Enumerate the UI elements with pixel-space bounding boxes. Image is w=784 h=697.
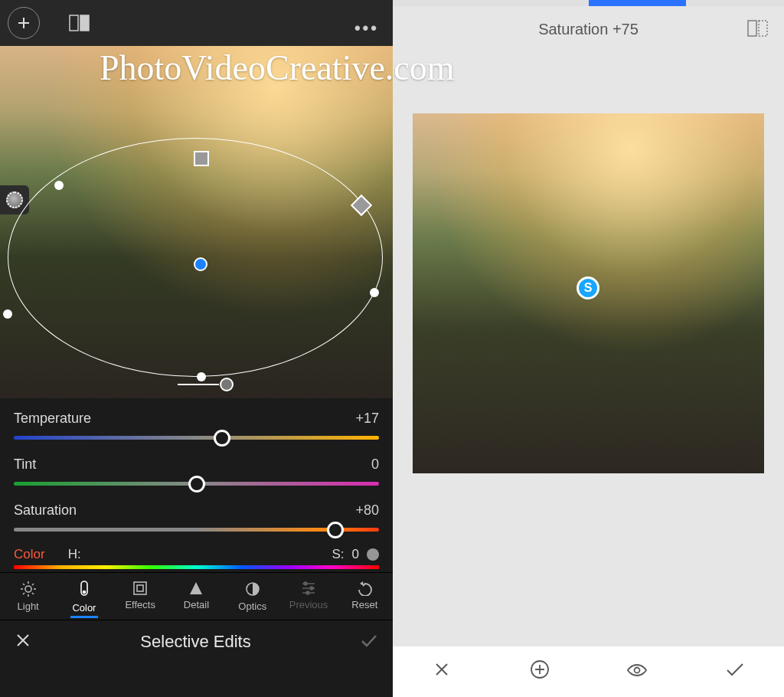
tab-optics[interactable]: Optics	[224, 578, 280, 620]
hue-spectrum[interactable]	[14, 565, 379, 569]
tab-reset-label: Reset	[351, 599, 377, 610]
add-mask-button[interactable]	[8, 7, 40, 39]
before-after-button[interactable]	[69, 15, 90, 31]
light-icon	[20, 581, 37, 597]
svg-point-12	[83, 591, 87, 594]
mask-handle-r[interactable]	[370, 288, 379, 297]
mask-handle-bottom[interactable]	[197, 372, 206, 381]
svg-point-22	[306, 591, 309, 594]
add-circle-icon	[530, 659, 550, 679]
sn-add-pin-button[interactable]	[491, 659, 589, 684]
radial-icon	[6, 191, 23, 208]
selective-pin[interactable]: S	[577, 277, 599, 299]
tab-previous-label: Previous	[289, 599, 328, 610]
svg-rect-14	[137, 585, 143, 591]
reset-icon	[356, 581, 373, 596]
saturation-row: Saturation +80	[14, 496, 379, 542]
tint-slider[interactable]	[14, 482, 379, 486]
tab-optics-label: Optics	[238, 600, 266, 612]
snapseed-pane: Saturation +75 S	[393, 0, 784, 697]
eye-icon	[626, 663, 648, 677]
close-button[interactable]	[15, 630, 31, 653]
color-swatch[interactable]	[367, 548, 379, 561]
lr-footer: Selective Edits	[0, 620, 393, 663]
mask-handle-left[interactable]	[3, 309, 12, 319]
sn-photo-image: S	[413, 113, 764, 473]
temperature-label: Temperature	[14, 411, 91, 426]
sn-progress[interactable]	[393, 0, 784, 6]
tab-detail[interactable]: Detail	[168, 578, 224, 620]
svg-point-2	[25, 586, 31, 592]
progress-fill	[589, 0, 687, 6]
more-icon: •••	[354, 18, 379, 38]
svg-point-27	[635, 668, 640, 673]
svg-marker-15	[190, 582, 202, 594]
detail-icon	[188, 581, 204, 596]
color-icon	[78, 581, 90, 599]
svg-line-7	[23, 584, 24, 585]
color-picker-row: Color H: S: 0	[14, 542, 379, 565]
sn-header: Saturation +75	[393, 6, 784, 52]
feather-handle[interactable]	[220, 378, 234, 391]
tint-label: Tint	[14, 456, 36, 472]
commit-button[interactable]	[361, 630, 377, 653]
svg-marker-23	[360, 581, 364, 586]
sn-cancel-button[interactable]	[393, 662, 491, 682]
tab-effects-label: Effects	[125, 599, 155, 610]
s-value: 0	[352, 547, 359, 562]
tab-color-label: Color	[72, 602, 96, 614]
plus-icon	[16, 15, 31, 31]
tab-reset[interactable]: Reset	[337, 578, 393, 620]
mask-handle-top[interactable]	[194, 151, 209, 166]
tab-color[interactable]: Color	[56, 578, 112, 620]
svg-point-20	[304, 582, 307, 585]
lr-topbar: •••	[0, 0, 393, 46]
s-label: S:	[332, 547, 344, 562]
optics-icon	[244, 581, 261, 597]
lr-tabs: Light Color Effects Detail Optics Previo…	[0, 572, 393, 620]
tab-previous[interactable]: Previous	[280, 578, 336, 620]
saturation-label: Saturation	[14, 502, 77, 518]
svg-rect-13	[134, 582, 146, 594]
photo-image	[0, 46, 393, 398]
tint-row: Tint 0	[14, 450, 379, 496]
svg-line-9	[32, 584, 34, 585]
temperature-slider[interactable]	[14, 436, 379, 440]
tint-value: 0	[371, 456, 379, 473]
svg-line-10	[23, 593, 24, 594]
tint-thumb[interactable]	[188, 476, 205, 492]
close-icon	[15, 633, 31, 648]
panel-title: Selective Edits	[140, 632, 250, 652]
lightroom-pane: ••• Temperature +17 Tint 0	[0, 0, 393, 697]
mask-handle-tl[interactable]	[54, 181, 64, 190]
radial-tool-button[interactable]	[0, 185, 29, 214]
tab-light[interactable]: Light	[0, 578, 56, 620]
check-icon	[361, 634, 377, 648]
svg-line-8	[32, 593, 34, 594]
more-menu-button[interactable]: •••	[354, 18, 379, 38]
sn-adjustment-value: +75	[612, 21, 639, 38]
tab-effects[interactable]: Effects	[113, 578, 168, 620]
sn-before-after-button[interactable]	[747, 20, 769, 41]
sn-canvas[interactable]: S	[393, 52, 784, 646]
tab-detail-label: Detail	[184, 599, 209, 610]
effects-icon	[132, 581, 148, 596]
temperature-row: Temperature +17	[14, 404, 379, 450]
temperature-thumb[interactable]	[214, 430, 230, 447]
saturation-slider[interactable]	[14, 528, 379, 532]
sn-apply-button[interactable]	[686, 662, 784, 682]
check-icon	[726, 663, 744, 677]
lr-sliders-panel: Temperature +17 Tint 0 Saturation +80 Co…	[0, 398, 393, 572]
previous-icon	[300, 581, 317, 596]
lr-photo-canvas[interactable]	[0, 46, 393, 398]
saturation-thumb[interactable]	[327, 522, 344, 538]
sn-preview-button[interactable]	[589, 662, 687, 682]
before-after-icon	[747, 20, 769, 37]
svg-point-21	[310, 587, 313, 590]
sn-bottombar	[393, 646, 784, 697]
before-after-icon	[69, 15, 90, 31]
temperature-value: +17	[355, 411, 379, 427]
saturation-value: +80	[355, 502, 379, 519]
mask-center-pin[interactable]	[194, 257, 207, 271]
svg-rect-24	[748, 21, 756, 36]
